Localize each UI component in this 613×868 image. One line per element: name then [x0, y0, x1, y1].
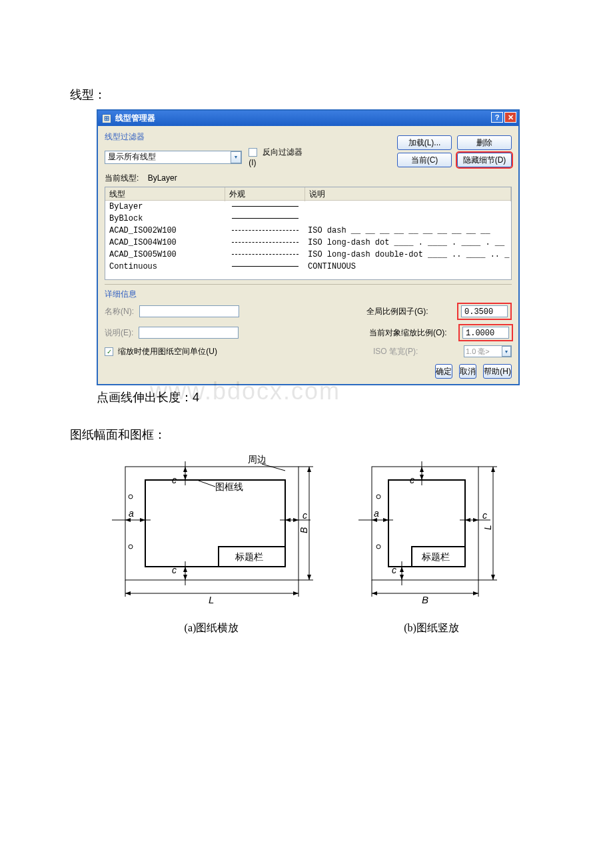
current-linetype-label: 当前线型: [105, 173, 139, 183]
iso-pen-select: 1.0 毫> ▾ [464, 345, 512, 357]
svg-text:c: c [303, 510, 307, 521]
heading-linetype: 线型： [70, 87, 546, 103]
frame-diagrams: c 周边 图框线 a [70, 453, 546, 635]
svg-rect-0 [125, 467, 299, 580]
list-row[interactable]: ByLayer [105, 201, 511, 213]
heading-frame: 图纸幅面和图框： [70, 427, 546, 443]
invert-filter-checkbox[interactable]: 反向过滤器(I) [249, 147, 305, 167]
svg-point-47 [376, 545, 380, 549]
svg-marker-40 [420, 475, 424, 480]
svg-point-46 [376, 495, 380, 499]
list-row[interactable]: ACAD_ISO05W100 ISO long-dash double-dot … [105, 249, 511, 261]
current-linetype-value: ByLayer [148, 173, 177, 183]
svg-marker-44 [383, 518, 388, 522]
sys-icon: ⊞ [102, 114, 111, 123]
cancel-button[interactable]: 取消 [459, 364, 476, 379]
svg-marker-49 [465, 518, 470, 522]
svg-marker-60 [400, 575, 404, 580]
svg-marker-33 [293, 591, 299, 595]
dialog-title: 线型管理器 [115, 113, 155, 124]
list-row[interactable]: Continuous CONTINUOUS [105, 261, 511, 273]
name-input[interactable] [139, 305, 239, 317]
svg-text:B: B [299, 527, 309, 533]
svg-marker-56 [491, 575, 495, 580]
iso-pen-label: ISO 笔宽(P): [373, 346, 460, 357]
checkbox-icon [249, 148, 257, 157]
list-row[interactable]: ByBlock [105, 213, 511, 225]
checkbox-icon: ✓ [105, 347, 113, 356]
help-button[interactable]: 帮助(H) [483, 364, 512, 379]
svg-marker-39 [420, 467, 424, 472]
svg-marker-26 [183, 567, 187, 572]
col-appearance[interactable]: 外观 [225, 187, 305, 201]
list-row[interactable]: ACAD_ISO04W100 ISO long-dash dot ____ . … [105, 237, 511, 249]
current-button[interactable]: 当前(C) [397, 153, 452, 167]
svg-point-14 [129, 545, 133, 549]
dialog-titlebar[interactable]: ⊞ 线型管理器 ? ✕ [98, 111, 518, 126]
svg-text:c: c [172, 565, 177, 575]
svg-text:L: L [209, 594, 214, 605]
col-name[interactable]: 线型 [105, 187, 225, 201]
svg-marker-11 [140, 518, 145, 522]
linetype-manager-dialog: ⊞ 线型管理器 ? ✕ 线型过滤器 显示所有线型 ▾ [97, 109, 520, 385]
label-tukuangxian: 图框线 [215, 481, 243, 492]
object-scale-label: 当前对象缩放比例(O): [369, 327, 456, 339]
list-row[interactable]: ACAD_ISO02W100 ISO dash __ __ __ __ __ _… [105, 225, 511, 237]
svg-rect-1 [145, 480, 285, 567]
svg-marker-27 [183, 575, 187, 580]
svg-marker-17 [293, 518, 299, 522]
svg-marker-16 [285, 518, 291, 522]
help-icon[interactable]: ? [491, 112, 503, 123]
caption-portrait: (b)图纸竖放 [345, 621, 518, 635]
svg-marker-5 [183, 475, 187, 480]
chevron-down-icon: ▾ [231, 151, 241, 163]
filter-select[interactable]: 显示所有线型 ▾ [105, 151, 242, 164]
svg-marker-65 [372, 591, 377, 595]
diagram-landscape: c 周边 图框线 a [99, 453, 325, 613]
filter-select-value: 显示所有线型 [108, 151, 156, 163]
svg-marker-22 [307, 467, 311, 472]
details-legend: 详细信息 [105, 289, 512, 300]
svg-text:c: c [172, 475, 177, 485]
ok-button[interactable]: 确定 [435, 364, 452, 379]
svg-marker-55 [491, 467, 495, 472]
svg-text:c: c [392, 565, 396, 575]
desc-label: 说明(E): [105, 327, 133, 339]
desc-input[interactable] [139, 327, 239, 339]
svg-text:a: a [374, 508, 379, 519]
delete-button[interactable]: 删除 [457, 135, 512, 150]
svg-text:B: B [422, 594, 428, 605]
label-biaotilan: 标题栏 [235, 551, 263, 562]
caption-landscape: (a)图纸横放 [99, 621, 325, 635]
global-scale-input[interactable]: 0.3500 [461, 305, 508, 317]
list-header: 线型 外观 说明 [105, 187, 511, 201]
svg-text:a: a [129, 508, 134, 519]
label-zhoubian: 周边 [248, 454, 267, 465]
load-button[interactable]: 加载(L)... [397, 135, 452, 150]
chevron-down-icon: ▾ [502, 346, 511, 357]
svg-line-7 [262, 464, 285, 471]
svg-marker-59 [400, 567, 404, 572]
caption-under-dialog: 点画线伸出长度：4 [97, 389, 546, 405]
paper-units-label: 缩放时使用图纸空间单位(U) [118, 347, 217, 356]
svg-point-13 [129, 495, 133, 499]
paper-units-checkbox[interactable]: ✓ 缩放时使用图纸空间单位(U) [105, 346, 217, 357]
filter-legend: 线型过滤器 [105, 131, 305, 143]
svg-marker-4 [183, 467, 187, 472]
diagram-portrait: c a c [345, 453, 518, 613]
label-biaotilan: 标题栏 [421, 551, 450, 562]
col-desc[interactable]: 说明 [305, 187, 511, 201]
name-label: 名称(N): [105, 306, 134, 317]
svg-text:c: c [482, 510, 487, 521]
close-icon[interactable]: ✕ [504, 112, 516, 123]
svg-marker-32 [125, 591, 131, 595]
svg-marker-66 [473, 591, 478, 595]
svg-text:c: c [410, 475, 414, 485]
hide-details-button[interactable]: 隐藏细节(D) [457, 153, 512, 167]
linetype-list[interactable]: 线型 外观 说明 ByLayer ByBlock [105, 187, 512, 280]
global-scale-label: 全局比例因子(G): [366, 306, 453, 317]
object-scale-input[interactable]: 1.0000 [462, 327, 509, 339]
svg-marker-50 [473, 518, 478, 522]
svg-line-8 [199, 481, 215, 487]
svg-text:L: L [482, 525, 493, 530]
